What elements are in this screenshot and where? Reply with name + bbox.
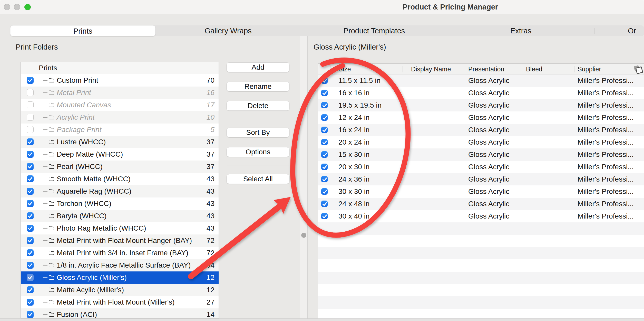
column-header-bleed[interactable]: Bleed <box>526 64 542 74</box>
folder-checkbox[interactable] <box>27 311 34 318</box>
size-checkbox[interactable] <box>321 77 328 84</box>
folder-row[interactable]: Metal Print with 3/4 in. Inset Frame (BA… <box>21 247 219 259</box>
size-row[interactable]: 24 x 48 inGloss AcrylicMiller's Professi… <box>318 198 644 210</box>
folder-count: 37 <box>207 136 214 148</box>
folder-checkbox[interactable] <box>27 299 34 306</box>
folder-row[interactable]: Fusion (ACI)14 <box>21 308 219 318</box>
folder-row[interactable]: Aquarelle Rag (WHCC)43 <box>21 185 219 197</box>
size-checkbox[interactable] <box>321 176 328 182</box>
folder-row[interactable]: Lustre (WHCC)37 <box>21 136 219 148</box>
check-icon <box>321 127 328 133</box>
folder-checkbox[interactable] <box>27 200 34 207</box>
folder-icon <box>48 102 55 108</box>
column-header-presentation[interactable]: Presentation <box>468 64 504 74</box>
size-checkbox[interactable] <box>321 102 328 108</box>
folder-row[interactable]: Acrylic Print10 <box>21 111 219 124</box>
folder-row[interactable]: Pearl (WHCC)37 <box>21 160 219 173</box>
rename-button[interactable]: Rename <box>227 82 289 91</box>
size-row[interactable]: 19.5 x 19.5 inGloss AcrylicMiller's Prof… <box>318 99 644 111</box>
size-checkbox[interactable] <box>321 188 328 195</box>
folder-checkbox[interactable] <box>27 286 34 293</box>
tab-gallery-wraps[interactable]: Gallery Wraps <box>155 25 301 36</box>
tab-extras[interactable]: Extras <box>448 25 594 36</box>
folder-row[interactable]: Baryta (WHCC)43 <box>21 210 219 222</box>
folder-checkbox[interactable] <box>27 237 34 244</box>
column-header-display-name[interactable]: Display Name <box>411 64 451 74</box>
folder-icon <box>48 152 55 157</box>
size-checkbox[interactable] <box>321 213 328 219</box>
folder-checkbox[interactable] <box>27 274 34 281</box>
check-icon <box>321 213 328 220</box>
column-header-supplier[interactable]: Supplier <box>578 64 601 74</box>
folder-checkbox[interactable] <box>27 212 34 219</box>
folder-row[interactable]: Photo Rag Metallic (WHCC)43 <box>21 222 219 234</box>
add-button[interactable]: Add <box>227 62 289 72</box>
folder-checkbox[interactable] <box>27 126 34 133</box>
cell-supplier: Miller's Professi... <box>578 124 634 136</box>
window-close-button[interactable] <box>4 4 10 10</box>
size-checkbox[interactable] <box>321 127 328 133</box>
folder-checkbox[interactable] <box>27 77 34 84</box>
folder-icon <box>48 176 55 182</box>
folder-row[interactable]: Mounted Canvas17 <box>21 99 219 111</box>
select-all-button[interactable]: Select All <box>227 174 289 184</box>
folder-checkbox[interactable] <box>27 138 34 145</box>
size-row[interactable]: 15 x 30 inGloss AcrylicMiller's Professi… <box>318 148 644 161</box>
size-checkbox[interactable] <box>321 201 328 207</box>
size-row[interactable]: 30 x 30 inGloss AcrylicMiller's Professi… <box>318 185 644 198</box>
folder-row[interactable]: Deep Matte (WHCC)37 <box>21 148 219 160</box>
tab-prints[interactable]: Prints <box>10 25 155 36</box>
folder-count: 72 <box>207 234 214 247</box>
size-row[interactable]: 11.5 x 11.5 inGloss AcrylicMiller's Prof… <box>318 74 644 87</box>
delete-button[interactable]: Delete <box>227 101 289 111</box>
folder-checkbox[interactable] <box>27 114 34 121</box>
size-row[interactable]: 20 x 30 inGloss AcrylicMiller's Professi… <box>318 161 644 173</box>
column-separator <box>632 66 632 72</box>
folder-row[interactable]: Metal Print16 <box>21 87 219 99</box>
size-checkbox[interactable] <box>321 164 328 170</box>
folder-checkbox[interactable] <box>27 151 34 158</box>
column-header-size[interactable]: Size <box>338 64 351 74</box>
folder-checkbox[interactable] <box>27 225 34 232</box>
folder-row[interactable]: Torchon (WHCC)43 <box>21 197 219 210</box>
options-button[interactable]: Options <box>227 147 289 157</box>
size-row[interactable]: 12 x 24 inGloss AcrylicMiller's Professi… <box>318 111 644 124</box>
size-row[interactable]: 20 x 24 inGloss AcrylicMiller's Professi… <box>318 136 644 148</box>
window-minimize-button[interactable] <box>14 4 20 10</box>
tab-orders-clipped[interactable]: Or <box>628 25 636 36</box>
splitter-handle-icon[interactable] <box>301 233 306 238</box>
folder-row[interactable]: Custom Print70 <box>21 74 219 87</box>
folder-row[interactable]: Gloss Acrylic (Miller's)12 <box>21 271 219 284</box>
table-columns-icon[interactable] <box>634 65 642 73</box>
folders-column-header[interactable]: Prints <box>21 62 219 74</box>
folder-checkbox[interactable] <box>27 175 34 182</box>
size-checkbox[interactable] <box>321 139 328 145</box>
size-checkbox[interactable] <box>321 114 328 121</box>
folder-checkbox[interactable] <box>27 249 34 256</box>
tree-tick <box>43 154 47 155</box>
folder-checkbox[interactable] <box>27 163 34 170</box>
sort-by-button[interactable]: Sort By <box>227 128 289 137</box>
folder-checkbox[interactable] <box>27 262 34 269</box>
folder-row[interactable]: Metal Print with Float Mount Hanger (BAY… <box>21 234 219 247</box>
folder-checkbox[interactable] <box>27 188 34 195</box>
size-row[interactable]: 16 x 16 inGloss AcrylicMiller's Professi… <box>318 87 644 99</box>
folder-checkbox[interactable] <box>27 101 34 108</box>
size-row[interactable]: 24 x 36 inGloss AcrylicMiller's Professi… <box>318 173 644 185</box>
window-zoom-button[interactable] <box>24 4 31 10</box>
size-row[interactable]: 16 x 24 inGloss AcrylicMiller's Professi… <box>318 124 644 136</box>
folder-row[interactable]: Metal Print with Float Mount (Miller's)2… <box>21 296 219 308</box>
folder-icon <box>48 299 55 305</box>
folder-row[interactable]: Matte Acylic (Miller's)12 <box>21 284 219 296</box>
cell-supplier: Miller's Professi... <box>578 161 634 173</box>
folder-row[interactable]: 1/8 in. Acrylic Face Metallic Surface (B… <box>21 259 219 271</box>
folder-checkbox[interactable] <box>27 89 34 96</box>
size-checkbox[interactable] <box>321 151 328 158</box>
cell-size: 16 x 24 in <box>338 124 369 136</box>
panel-splitter[interactable] <box>300 36 308 318</box>
size-row[interactable]: 30 x 40 inGloss AcrylicMiller's Professi… <box>318 210 644 222</box>
tab-product-templates[interactable]: Product Templates <box>301 25 448 36</box>
folder-row[interactable]: Smooth Matte (WHCC)43 <box>21 173 219 185</box>
folder-row[interactable]: Package Print5 <box>21 124 219 136</box>
size-checkbox[interactable] <box>321 90 328 96</box>
